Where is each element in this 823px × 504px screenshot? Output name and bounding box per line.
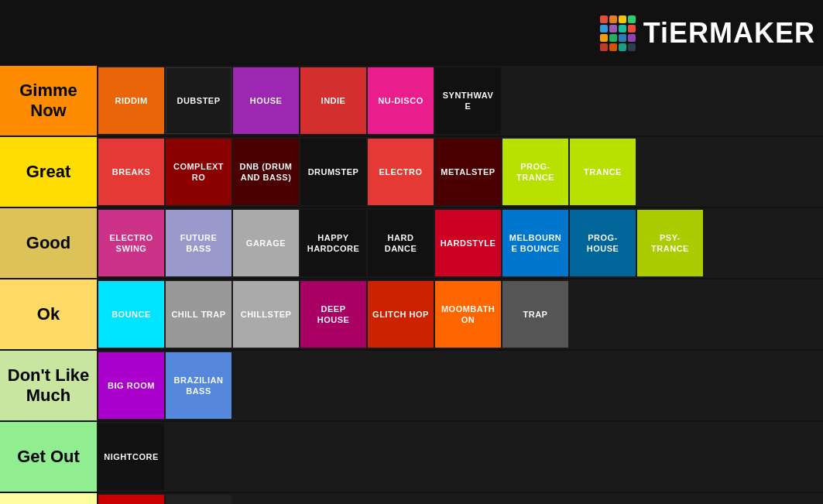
tier-items-wha: DARK SYNTHHARD-PSY xyxy=(97,493,823,504)
tier-item[interactable]: DUBSTEP xyxy=(166,67,231,134)
tier-item[interactable]: BOUNCE xyxy=(98,281,164,348)
logo-text: TiERMAKER xyxy=(643,17,815,50)
tier-items-great: BREAKSCOMPLEXTRODnB (drum and bass)DRUMS… xyxy=(97,137,823,207)
tier-item[interactable]: ELECTRO SWING xyxy=(98,210,164,276)
tier-item[interactable]: MOOMBATHON xyxy=(435,281,501,348)
tier-item[interactable]: HARD DANCE xyxy=(368,210,434,276)
tier-label-great: Great xyxy=(0,137,97,207)
tier-label-good: Good xyxy=(0,208,97,278)
tier-row-dontlike: Don't Like MuchBIG ROOMBRAZILIAN BASS xyxy=(0,351,823,422)
tier-item[interactable]: DARK SYNTH xyxy=(98,495,164,504)
tier-items-ok: BOUNCECHILL TRAPCHILLSTEPDEEP HOUSEGLITC… xyxy=(97,279,823,349)
tier-item[interactable]: PROG-TRANCE xyxy=(502,139,568,205)
header: TiERMAKER xyxy=(0,0,823,66)
tier-item[interactable]: HARD-PSY xyxy=(166,495,231,504)
tier-item[interactable]: NU-DISCO xyxy=(368,67,434,134)
logo-area: TiERMAKER xyxy=(600,15,815,51)
tier-item[interactable]: NIGHTCORE xyxy=(98,423,164,490)
tier-item[interactable]: SYNTHWAVE xyxy=(435,67,501,134)
tier-item[interactable]: GARAGE xyxy=(233,210,299,276)
tier-item[interactable]: INDIE xyxy=(300,67,366,134)
tier-item[interactable]: TRANCE xyxy=(570,139,636,205)
tier-item[interactable]: METALSTEP xyxy=(435,139,501,205)
tier-item[interactable]: PSY-TRANCE xyxy=(637,210,703,276)
tier-item[interactable]: TRAP xyxy=(502,281,568,348)
tier-label-getout: Get Out xyxy=(0,422,97,492)
tier-item[interactable]: CHILL TRAP xyxy=(166,281,231,348)
tier-items-good: ELECTRO SWINGFUTURE BASSGARAGEHAPPY HARD… xyxy=(97,208,823,278)
tier-item[interactable]: RIDDIM xyxy=(98,67,164,134)
tier-item[interactable]: COMPLEXTRO xyxy=(166,139,231,205)
tier-item[interactable]: DnB (drum and bass) xyxy=(233,139,299,205)
tier-row-gimme: Gimme NowRIDDIMDUBSTEPHOUSEINDIENU-DISCO… xyxy=(0,66,823,137)
tier-item[interactable]: DEEP HOUSE xyxy=(300,281,366,348)
tier-item[interactable]: BREAKS xyxy=(98,139,164,205)
tier-item[interactable]: FUTURE BASS xyxy=(166,210,231,276)
tier-label-gimme: Gimme Now xyxy=(0,66,97,135)
tier-item[interactable]: BRAZILIAN BASS xyxy=(166,352,231,419)
tier-items-getout: NIGHTCORE xyxy=(97,422,823,492)
tier-row-good: GoodELECTRO SWINGFUTURE BASSGARAGEHAPPY … xyxy=(0,208,823,279)
tier-item[interactable]: DRUMSTEP xyxy=(300,139,366,205)
tier-item[interactable]: HAPPY HARDCORE xyxy=(300,210,366,276)
tier-row-great: GreatBREAKSCOMPLEXTRODnB (drum and bass)… xyxy=(0,137,823,208)
tier-item[interactable]: HARDSTYLE xyxy=(435,210,501,276)
tier-item[interactable]: BIG ROOM xyxy=(98,352,164,419)
tier-items-dontlike: BIG ROOMBRAZILIAN BASS xyxy=(97,351,823,420)
tier-container: Gimme NowRIDDIMDUBSTEPHOUSEINDIENU-DISCO… xyxy=(0,66,823,504)
tier-row-wha: whaDARK SYNTHHARD-PSY xyxy=(0,493,823,504)
tier-item[interactable]: MELBOURNE BOUNCE xyxy=(502,210,568,276)
tier-label-dontlike: Don't Like Much xyxy=(0,351,97,420)
tier-row-ok: OkBOUNCECHILL TRAPCHILLSTEPDEEP HOUSEGLI… xyxy=(0,279,823,351)
tier-label-wha: wha xyxy=(0,493,97,504)
tier-item[interactable]: ELECTRO xyxy=(368,139,434,205)
tier-item[interactable]: HOUSE xyxy=(233,67,299,134)
tier-items-gimme: RIDDIMDUBSTEPHOUSEINDIENU-DISCOSYNTHWAVE xyxy=(97,66,823,135)
tier-item[interactable]: PROG-HOUSE xyxy=(570,210,636,276)
logo-grid-icon xyxy=(600,15,636,51)
tier-item[interactable]: CHILLSTEP xyxy=(233,281,299,348)
tier-row-getout: Get OutNIGHTCORE xyxy=(0,422,823,493)
tier-item[interactable]: GLITCH HOP xyxy=(368,281,434,348)
tier-label-ok: Ok xyxy=(0,279,97,349)
